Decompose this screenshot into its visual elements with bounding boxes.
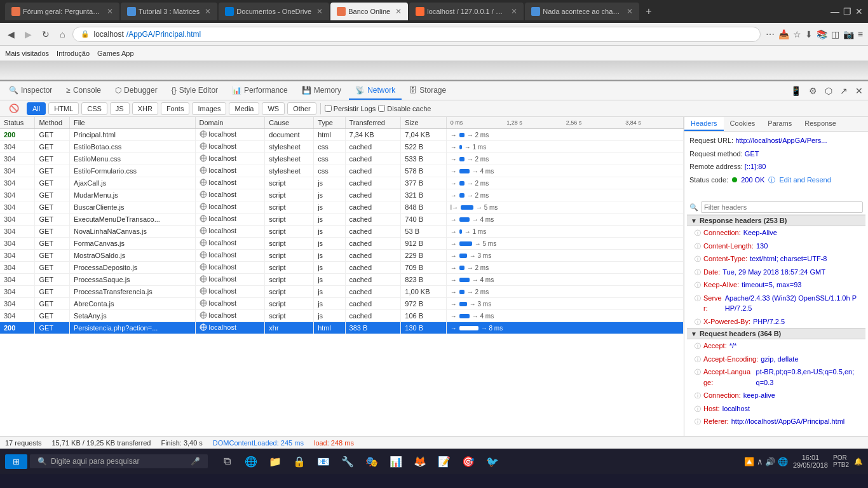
filter-xhr[interactable]: XHR — [132, 102, 158, 115]
devtools-tab-console[interactable]: ≥ Console — [60, 82, 107, 100]
mail-app[interactable]: 📧 — [312, 450, 335, 473]
explorer-app[interactable]: 📁 — [264, 450, 287, 473]
table-row[interactable]: 304 GET ProcessaTransferencia.js localho… — [0, 286, 684, 298]
table-row[interactable]: 304 GET AjaxCall.js localhost script js … — [0, 177, 684, 189]
more-button[interactable]: ⋯ — [766, 29, 775, 39]
tab-headers[interactable]: Headers — [684, 117, 724, 131]
devtools-tab-inspector[interactable]: 🔍 Inspector — [3, 82, 58, 100]
tab-6[interactable]: Nada acontece ao cham... ✕ — [525, 3, 639, 20]
table-row[interactable]: 304 GET MudarMenu.js localhost script js… — [0, 189, 684, 201]
pocket-icon[interactable]: 📥 — [778, 29, 789, 39]
app-6[interactable]: 🔧 — [336, 450, 359, 473]
persistir-logs-label[interactable]: Persistir Logs — [325, 105, 376, 112]
devtools-settings-btn[interactable]: ⚙ — [806, 85, 820, 97]
devtools-responsive-btn[interactable]: 📱 — [788, 85, 804, 97]
new-tab-button[interactable]: + — [641, 6, 656, 17]
tab-5[interactable]: localhost / 127.0.0.1 / on... ✕ — [409, 3, 524, 20]
bookmark-icon[interactable]: ☆ — [793, 29, 801, 39]
table-row[interactable]: 304 GET FormaCanvas.js localhost script … — [0, 238, 684, 250]
bookmark-1[interactable]: Mais visitados — [5, 50, 49, 57]
start-button[interactable]: ⊞ — [5, 454, 27, 469]
forward-button[interactable]: ▶ — [22, 28, 34, 41]
devtools-tab-storage[interactable]: 🗄 Storage — [403, 82, 452, 100]
devtools-tab-network[interactable]: 📡 Network — [349, 82, 402, 100]
screenshot-icon[interactable]: 📷 — [843, 29, 854, 39]
app-8[interactable]: 📊 — [384, 450, 407, 473]
table-row[interactable]: 304 GET EstiloMenu.css localhost stylesh… — [0, 153, 684, 165]
home-button[interactable]: ⌂ — [57, 28, 67, 41]
tab-cookies[interactable]: Cookies — [724, 117, 762, 131]
filter-css[interactable]: CSS — [81, 102, 107, 115]
devtools-tab-memory[interactable]: 💾 Memory — [295, 82, 348, 100]
filter-fonts[interactable]: Fonts — [161, 102, 190, 115]
disable-cache-label[interactable]: Disable cache — [378, 105, 431, 112]
table-row[interactable]: 304 GET EstiloBotao.css localhost styles… — [0, 141, 684, 153]
menu-button[interactable]: ≡ — [858, 29, 863, 39]
filter-js[interactable]: JS — [110, 102, 130, 115]
url-bar[interactable]: 🔒 localhost /AppGA/Principal.html — [72, 27, 760, 42]
filter-images[interactable]: Images — [192, 102, 226, 115]
devtools-popout-btn[interactable]: ↗ — [837, 85, 850, 97]
restore-button[interactable]: ❐ — [843, 6, 851, 17]
back-button[interactable]: ◀ — [5, 28, 17, 41]
devtools-tab-style-editor[interactable]: {} Style Editor — [165, 82, 224, 100]
filter-headers-input[interactable] — [701, 201, 863, 213]
search-box[interactable]: 🔍 Digite aqui para pesquisar 🎤 — [30, 454, 208, 468]
table-row[interactable]: 304 GET BuscarCliente.js localhost scrip… — [0, 201, 684, 214]
app-7[interactable]: 🎭 — [360, 450, 383, 473]
library-icon[interactable]: 📚 — [817, 29, 827, 39]
notification-icon[interactable]: 🔔 — [854, 458, 863, 466]
filter-all[interactable]: All — [27, 102, 46, 115]
tab-3[interactable]: Documentos - OneDrive ✕ — [219, 3, 329, 20]
taskbar-clock[interactable]: 16:01 29/05/2018 — [793, 454, 828, 469]
taskview-button[interactable]: ⧉ — [215, 450, 238, 473]
table-row[interactable]: 304 GET NovaLinhaNaCanvas.js localhost s… — [0, 226, 684, 238]
download-icon[interactable]: ⬇ — [805, 29, 813, 39]
reload-button[interactable]: ↻ — [39, 28, 52, 41]
twitter-app[interactable]: 🐦 — [481, 450, 504, 473]
tab-2-close[interactable]: ✕ — [205, 7, 211, 16]
tab-1-close[interactable]: ✕ — [107, 7, 113, 16]
devtools-tab-performance[interactable]: 📊 Performance — [226, 82, 294, 100]
bookmark-3[interactable]: Games App — [97, 50, 133, 57]
devtools-tab-debugger[interactable]: ⬡ Debugger — [109, 82, 164, 100]
table-row[interactable]: 200 GET Principal.html localhost documen… — [0, 129, 684, 141]
tab-5-close[interactable]: ✕ — [511, 7, 517, 16]
table-row[interactable]: 304 GET ExecutaMenuDeTransaco... localho… — [0, 214, 684, 226]
clear-button[interactable]: 🚫 — [4, 102, 24, 115]
table-row[interactable]: 304 GET SetaAny.js localhost script js c… — [0, 310, 684, 322]
table-row[interactable]: 304 GET ProcessaDeposito.js localhost sc… — [0, 262, 684, 274]
persistir-logs-checkbox[interactable] — [325, 105, 332, 112]
bookmark-2[interactable]: Introdução — [57, 50, 90, 57]
sidebar-icon[interactable]: ◫ — [831, 29, 839, 39]
table-row[interactable]: 304 GET AbreConta.js localhost script js… — [0, 298, 684, 310]
firefox-app[interactable]: 🦊 — [409, 450, 431, 473]
filter-ws[interactable]: WS — [262, 102, 285, 115]
table-row[interactable]: 304 GET EstiloFormulario.css localhost s… — [0, 165, 684, 177]
edit-resend-button[interactable]: Edit and Resend — [779, 175, 831, 186]
powerpoint-app[interactable]: 📝 — [433, 450, 456, 473]
lock-app[interactable]: 🔒 — [288, 450, 311, 473]
table-row[interactable]: 200 GET Persistencia.php?action=... loca… — [0, 322, 684, 334]
filter-other[interactable]: Other — [287, 102, 316, 115]
app-11[interactable]: 🎯 — [457, 450, 480, 473]
close-window-button[interactable]: ✕ — [855, 6, 863, 17]
table-row[interactable]: 304 GET ProcessaSaque.js localhost scrip… — [0, 274, 684, 286]
disable-cache-checkbox[interactable] — [378, 105, 385, 112]
devtools-dock-btn[interactable]: ⬡ — [822, 85, 835, 97]
tab-2[interactable]: Tutorial 3 : Matrices ✕ — [121, 3, 217, 20]
tab-response[interactable]: Response — [798, 117, 843, 131]
filter-media[interactable]: Media — [229, 102, 259, 115]
request-headers-toggle[interactable]: ▼ Request headers (364 B) — [687, 328, 865, 339]
tab-4-close[interactable]: ✕ — [395, 7, 402, 16]
edge-app[interactable]: 🌐 — [240, 450, 262, 473]
response-headers-toggle[interactable]: ▼ Response headers (253 B) — [687, 215, 865, 226]
devtools-close-btn[interactable]: ✕ — [853, 85, 865, 97]
tab-1[interactable]: Fórum geral: Perguntas &... ✕ — [5, 3, 119, 20]
info-icon[interactable]: ⓘ — [768, 175, 775, 186]
tab-3-close[interactable]: ✕ — [316, 7, 323, 16]
tab-4[interactable]: Banco Online ✕ — [330, 3, 408, 20]
filter-html[interactable]: HTML — [48, 102, 79, 115]
tab-params[interactable]: Params — [761, 117, 798, 131]
tab-6-close[interactable]: ✕ — [627, 7, 633, 16]
